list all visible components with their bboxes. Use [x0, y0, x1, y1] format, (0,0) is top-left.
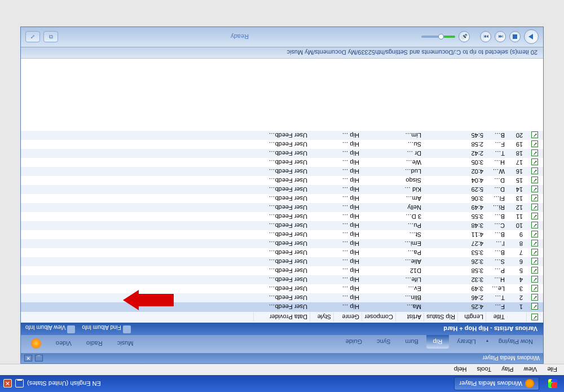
- row-genre: Hip …: [333, 212, 362, 221]
- track-row[interactable]: ✓10C…3:48Pu…Hip …User Feedb…: [21, 221, 543, 230]
- tab-now-playing[interactable]: Now Playing: [492, 335, 540, 349]
- row-checkbox[interactable]: ✓: [532, 141, 539, 148]
- window-close-button[interactable]: ✕: [24, 355, 32, 362]
- track-row[interactable]: ✓6S…3:26Alie…Hip …User Feedb…: [21, 257, 543, 266]
- play-button[interactable]: [524, 30, 539, 45]
- tab-bar: Now Playing ▾ Library Rip Burn Sync Guid…: [21, 335, 543, 353]
- fullscreen-button[interactable]: ⤢: [25, 32, 40, 43]
- row-checkbox[interactable]: ✓: [532, 231, 539, 238]
- tab-guide[interactable]: Guide: [339, 335, 369, 349]
- row-checkbox[interactable]: ✓: [532, 195, 539, 202]
- row-checkbox[interactable]: ✓: [532, 303, 539, 310]
- tab-radio[interactable]: Radio: [80, 335, 109, 352]
- row-rip-status: [424, 203, 457, 212]
- tab-burn[interactable]: Burn: [398, 335, 425, 349]
- track-row[interactable]: ✓4H…3:32Life…Hip …User Feedb…: [21, 275, 543, 284]
- row-number: 12: [507, 203, 526, 212]
- tray-minimize-icon[interactable]: ▁: [15, 380, 24, 388]
- row-checkbox[interactable]: ✓: [532, 285, 539, 292]
- row-checkbox[interactable]: ✓: [532, 249, 539, 256]
- track-row[interactable]: ✓8I'…4:27Emi…Hip …User Feedb…: [21, 239, 543, 248]
- row-checkbox[interactable]: ✓: [532, 276, 539, 283]
- row-length: 3:55: [457, 212, 486, 221]
- row-checkbox[interactable]: ✓: [532, 258, 539, 265]
- row-length: 2:58: [457, 140, 486, 149]
- row-style: [310, 275, 333, 284]
- row-rip-status: [424, 293, 457, 302]
- track-row[interactable]: ✓13Fl…3:06Am…Hip …User Feedb…: [21, 194, 543, 203]
- track-row[interactable]: ✓9B…4:11St…Hip …User Feedb…: [21, 230, 543, 239]
- col-title[interactable]: Title: [486, 313, 507, 322]
- track-row[interactable]: ✓12Ri…4:49NellyHip …User Feedb…: [21, 203, 543, 212]
- col-artist[interactable]: Artist: [395, 313, 424, 322]
- track-row[interactable]: ✓16W…4:02Lud…Hip …User Feedb…: [21, 167, 543, 176]
- row-checkbox[interactable]: ✓: [532, 213, 539, 220]
- services-menu[interactable]: [24, 335, 48, 352]
- track-row[interactable]: ✓14D…5:29Kid …Hip …User Feedb…: [21, 185, 543, 194]
- row-data-provider: User Feedb…: [253, 185, 310, 194]
- start-button[interactable]: [545, 379, 561, 388]
- prev-button[interactable]: ⏮: [495, 32, 506, 43]
- status-strip: 20 item(s) selected to rip to C:/Documen…: [21, 47, 543, 59]
- tab-sync[interactable]: Sync: [370, 335, 397, 349]
- tab-music[interactable]: Music: [111, 335, 140, 352]
- col-length[interactable]: Length: [457, 313, 486, 322]
- window-minimize-button[interactable]: _: [35, 355, 43, 362]
- row-genre: Hip …: [333, 266, 362, 275]
- volume-slider[interactable]: [421, 36, 455, 38]
- track-row[interactable]: ✓3Le…3:49Ev…Hip …User Feedb…: [21, 284, 543, 293]
- col-rip-status[interactable]: Rip Status: [424, 313, 457, 322]
- track-row[interactable]: ✓20B…5:45Lim…Hip …User Feedb…: [21, 131, 543, 140]
- language-indicator[interactable]: EN English (United States): [27, 380, 101, 387]
- track-row[interactable]: ✓2T…2:46Blin…Hip …User Feedb…: [21, 293, 543, 302]
- menu-play[interactable]: Play: [497, 365, 518, 375]
- row-title: P…: [486, 266, 507, 275]
- track-row[interactable]: ✓1F…4:25Ma…Hip …User Feedb…: [21, 302, 543, 311]
- mute-button[interactable]: 🔊: [459, 32, 470, 43]
- row-checkbox[interactable]: ✓: [532, 150, 539, 157]
- row-checkbox[interactable]: ✓: [532, 159, 539, 166]
- col-number[interactable]: [507, 316, 526, 319]
- view-album-info-button[interactable]: View Album Info: [25, 324, 75, 333]
- taskbar-item-wmp[interactable]: Windows Media Player: [454, 377, 539, 390]
- col-data-provider[interactable]: Data Provider: [253, 313, 310, 322]
- row-checkbox[interactable]: ✓: [532, 177, 539, 184]
- track-row[interactable]: ✓11B…3:553 D…Hip …User Feedb…: [21, 212, 543, 221]
- menu-help[interactable]: Help: [450, 365, 472, 375]
- tab-video[interactable]: Video: [49, 335, 78, 352]
- row-length: 2:46: [457, 293, 486, 302]
- tab-library[interactable]: Library: [450, 335, 483, 349]
- row-checkbox[interactable]: ✓: [532, 186, 539, 193]
- stop-button[interactable]: [509, 32, 521, 43]
- col-composer[interactable]: Composer: [362, 313, 395, 322]
- col-genre[interactable]: Genre: [333, 313, 362, 322]
- tab-rip[interactable]: Rip: [426, 335, 450, 349]
- track-row[interactable]: ✓17H…3:05We…Hip …User Feedb…: [21, 158, 543, 167]
- tray-close-icon[interactable]: ✕: [3, 380, 12, 388]
- row-checkbox[interactable]: ✓: [532, 267, 539, 274]
- row-checkbox[interactable]: ✓: [532, 132, 539, 139]
- row-data-provider: User Feedb…: [253, 131, 310, 140]
- col-checkbox[interactable]: ✓: [526, 312, 543, 322]
- taskbar-item-label: Windows Media Player: [459, 380, 522, 387]
- row-checkbox[interactable]: ✓: [532, 222, 539, 229]
- track-row[interactable]: ✓19F…2:58Su…Hip …User Feedb…: [21, 140, 543, 149]
- row-checkbox[interactable]: ✓: [532, 294, 539, 301]
- next-button[interactable]: ⏭: [480, 32, 491, 43]
- track-row[interactable]: ✓7B…3:53Pa…Hip …User Feedb…: [21, 248, 543, 257]
- track-row[interactable]: ✓15D…4:04SisqoHip …User Feedb…: [21, 176, 543, 185]
- menu-file[interactable]: File: [543, 365, 562, 375]
- row-checkbox[interactable]: ✓: [532, 168, 539, 175]
- track-row[interactable]: ✓5P…3:58D12Hip …User Feedb…: [21, 266, 543, 275]
- track-row[interactable]: ✓18T…2:42Dr …Hip …User Feedb…: [21, 149, 543, 158]
- now-playing-dropdown[interactable]: ▾: [484, 335, 491, 347]
- col-style[interactable]: Style: [310, 313, 333, 322]
- menu-tools[interactable]: Tools: [473, 365, 496, 375]
- row-composer: [362, 248, 395, 257]
- menu-view[interactable]: View: [519, 365, 542, 375]
- row-checkbox[interactable]: ✓: [532, 204, 539, 211]
- row-checkbox[interactable]: ✓: [532, 240, 539, 247]
- compact-mode-button[interactable]: ⧉: [43, 32, 58, 43]
- row-style: [310, 230, 333, 239]
- find-album-info-button[interactable]: Find Album Info: [82, 324, 130, 333]
